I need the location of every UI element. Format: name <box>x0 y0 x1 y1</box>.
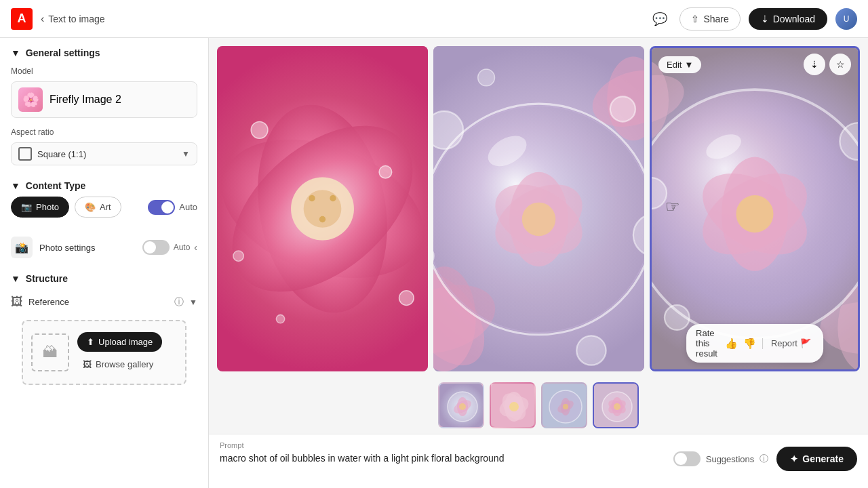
report-button[interactable]: Report 🚩 <box>768 337 814 350</box>
auto-toggle-row: Auto <box>148 197 197 218</box>
share-button[interactable]: ⇧ Share <box>679 7 740 30</box>
flower-image-1 <box>217 46 428 371</box>
aspect-value: Square (1:1) <box>37 149 176 159</box>
svg-point-32 <box>576 336 606 365</box>
image-action-buttons: ⇣ ☆ <box>804 54 851 75</box>
svg-point-71 <box>614 403 620 410</box>
favorite-button[interactable]: ☆ <box>829 54 851 75</box>
photo-settings-row: 📸 Photo settings Auto ‹ <box>0 231 208 264</box>
svg-point-10 <box>319 216 326 222</box>
photo-settings-chevron-icon[interactable]: ‹ <box>194 242 197 253</box>
aspect-ratio-label: Aspect ratio <box>11 127 197 137</box>
star-icon: ☆ <box>836 59 845 70</box>
browse-gallery-button[interactable]: 🖼 Browse gallery <box>77 356 162 373</box>
edit-dropdown-button[interactable]: Edit ▼ <box>658 56 701 73</box>
flag-icon: 🚩 <box>800 338 811 348</box>
suggestions-toggle-switch[interactable] <box>673 451 701 466</box>
svg-point-33 <box>478 69 495 86</box>
rating-buttons: 👍 👎 <box>724 336 757 351</box>
suggestions-info-icon[interactable]: ⓘ <box>760 453 768 465</box>
suggestions-label: Suggestions <box>706 454 755 464</box>
flower-image-3 <box>652 48 858 369</box>
svg-point-65 <box>563 404 568 409</box>
download-button[interactable]: ⇣ Download <box>749 8 827 30</box>
generate-button[interactable]: ✦ Generate <box>776 447 857 471</box>
prompt-text[interactable]: macro shot of oil bubbles in water with … <box>220 452 665 466</box>
structure-content: 🖼 Reference ⓘ ▼ 🏔 ⬆ Upload image 🖼 <box>0 289 208 396</box>
download-image-button[interactable]: ⇣ <box>804 54 825 75</box>
upload-image-button[interactable]: ⬆ Upload image <box>77 332 162 352</box>
image-card-2[interactable] <box>433 46 644 371</box>
header-left: A ‹ Text to image <box>11 8 105 30</box>
art-icon: 🎨 <box>85 202 96 212</box>
aspect-ratio-selector[interactable]: Square (1:1) ▼ <box>11 142 197 165</box>
thumbnail-4[interactable] <box>593 382 639 428</box>
info-icon[interactable]: ⓘ <box>174 296 184 308</box>
main-layout: ▼ General settings Model 🌸 Firefly Image… <box>0 38 868 488</box>
svg-point-29 <box>610 96 635 121</box>
svg-point-15 <box>276 314 284 323</box>
general-settings-label: General settings <box>26 47 100 58</box>
thumb-image-2 <box>491 384 536 428</box>
general-settings-content: Model 🌸 Firefly Image 2 Aspect ratio Squ… <box>0 66 208 171</box>
prompt-area: Prompt macro shot of oil bubbles in wate… <box>209 434 868 488</box>
thumbs-up-button[interactable]: 👍 <box>724 336 739 351</box>
photo-settings-icon: 📸 <box>11 237 33 258</box>
chat-icon-button[interactable]: 💬 <box>648 7 671 30</box>
upload-preview: 🏔 <box>31 333 69 371</box>
svg-point-8 <box>309 195 315 201</box>
svg-point-27 <box>522 203 556 237</box>
prompt-actions: Suggestions ⓘ ✦ Generate <box>673 447 857 471</box>
back-arrow-icon: ‹ <box>41 13 44 25</box>
content-area: Edit ▼ ⇣ ☆ Rate this result <box>209 38 868 488</box>
reference-chevron-icon[interactable]: ▼ <box>189 298 197 307</box>
content-type-label: Content Type <box>26 180 85 191</box>
svg-point-14 <box>399 291 414 306</box>
upload-buttons: ⬆ Upload image 🖼 Browse gallery <box>77 332 162 373</box>
image-placeholder-icon: 🏔 <box>43 344 58 361</box>
back-button[interactable]: ‹ Text to image <box>41 13 105 25</box>
share-icon: ⇧ <box>691 14 699 24</box>
thumb-image-3 <box>542 384 587 428</box>
reference-icon: 🖼 <box>11 295 23 309</box>
image-card-1[interactable] <box>217 46 428 371</box>
model-label: Model <box>11 66 197 76</box>
thumbnail-2[interactable] <box>490 382 536 428</box>
flower-image-2 <box>433 46 644 371</box>
chat-icon: 💬 <box>652 12 667 26</box>
structure-section[interactable]: ▼ Structure <box>0 264 208 289</box>
content-type-content: 📷 Photo 🎨 Art Auto <box>0 197 208 231</box>
photo-settings-toggle[interactable] <box>142 240 170 255</box>
model-name: Firefly Image 2 <box>50 94 121 106</box>
svg-point-55 <box>459 403 466 410</box>
rate-bar: Rate this result 👍 👎 Report 🚩 <box>686 324 823 363</box>
image-grid: Edit ▼ ⇣ ☆ Rate this result <box>209 38 868 380</box>
svg-point-60 <box>509 402 519 411</box>
art-button[interactable]: 🎨 Art <box>75 197 121 218</box>
svg-point-45 <box>736 195 773 232</box>
svg-point-12 <box>379 166 392 179</box>
adobe-logo: A <box>11 8 33 30</box>
model-flower-icon: 🌸 <box>22 92 39 108</box>
photo-icon: 📷 <box>21 202 32 212</box>
thumbnail-1[interactable] <box>438 382 484 428</box>
thumbnail-3[interactable] <box>541 382 587 428</box>
auto-toggle[interactable] <box>148 200 175 215</box>
model-thumbnail: 🌸 <box>18 87 43 112</box>
upload-icon: ⬆ <box>87 337 94 347</box>
photo-button[interactable]: 📷 Photo <box>11 197 69 218</box>
photo-settings-label: Photo settings <box>39 243 136 253</box>
generate-icon: ✦ <box>790 453 798 464</box>
thumb-image-4 <box>594 384 639 428</box>
image-card-3[interactable]: Edit ▼ ⇣ ☆ Rate this result <box>650 46 860 371</box>
svg-point-28 <box>433 111 463 149</box>
thumbs-down-button[interactable]: 👎 <box>742 336 757 351</box>
svg-point-9 <box>330 195 336 201</box>
model-selector[interactable]: 🌸 Firefly Image 2 <box>11 81 197 118</box>
image-overlay-bar: Edit ▼ ⇣ ☆ <box>652 54 858 75</box>
photo-auto-label: Auto <box>174 243 191 252</box>
content-type-section[interactable]: ▼ Content Type <box>0 171 208 197</box>
svg-point-11 <box>251 121 268 138</box>
user-avatar[interactable]: U <box>835 8 857 30</box>
general-settings-section[interactable]: ▼ General settings <box>0 38 208 64</box>
